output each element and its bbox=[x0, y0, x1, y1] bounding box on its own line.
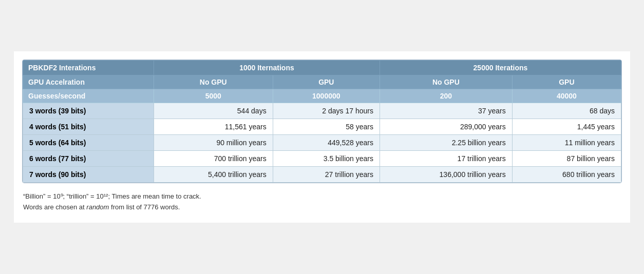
row-col3: 2 days 17 hours bbox=[273, 103, 380, 119]
row-col2: 544 days bbox=[154, 103, 273, 119]
header-row-2: GPU Accelration No GPU GPU No GPU GPU bbox=[23, 75, 621, 89]
row-col5: 680 trillion years bbox=[512, 166, 621, 182]
footnote-section: “Billion” = 10⁹; “trillion” = 10¹²; Time… bbox=[22, 189, 622, 215]
row-col5: 68 days bbox=[512, 103, 621, 119]
row-col2: 90 million years bbox=[154, 134, 273, 150]
footnote-line2-suffix: from list of 7776 words. bbox=[109, 203, 180, 211]
row-col3: 3.5 billion years bbox=[273, 150, 380, 166]
table-row: 5 words (64 bits)90 million years449,528… bbox=[23, 134, 621, 150]
row-col5: 11 million years bbox=[512, 134, 621, 150]
subheader-col4: No GPU bbox=[380, 75, 512, 89]
footnote-line2: Words are chosen at random from list of … bbox=[23, 202, 621, 213]
table-row: 6 words (77 bits)700 trillion years3.5 b… bbox=[23, 150, 621, 166]
comparison-table: PBKDF2 Interations 1000 Iternations 2500… bbox=[23, 60, 621, 183]
header-group1: 1000 Iternations bbox=[154, 60, 380, 75]
row-col4: 37 years bbox=[380, 103, 512, 119]
header-col1: PBKDF2 Interations bbox=[23, 60, 154, 75]
row-col5: 1,445 years bbox=[512, 119, 621, 134]
values-col4: 200 bbox=[380, 89, 512, 103]
header-row-1: PBKDF2 Interations 1000 Iternations 2500… bbox=[23, 60, 621, 75]
main-container: PBKDF2 Interations 1000 Iternations 2500… bbox=[14, 51, 630, 223]
values-row: Guesses/second 5000 1000000 200 40000 bbox=[23, 89, 621, 103]
row-col5: 87 billion years bbox=[512, 150, 621, 166]
footnote-line2-prefix: Words are chosen at bbox=[23, 203, 86, 211]
row-col3: 27 trillion years bbox=[273, 166, 380, 182]
footnote-line1: “Billion” = 10⁹; “trillion” = 10¹²; Time… bbox=[23, 191, 621, 202]
row-label: 5 words (64 bits) bbox=[23, 134, 154, 150]
row-col4: 2.25 billion years bbox=[380, 134, 512, 150]
row-col2: 11,561 years bbox=[154, 119, 273, 134]
table-row: 4 words (51 bits)11,561 years58 years289… bbox=[23, 119, 621, 134]
values-col5: 40000 bbox=[512, 89, 621, 103]
subheader-col5: GPU bbox=[512, 75, 621, 89]
row-col4: 289,000 years bbox=[380, 119, 512, 134]
values-col2: 5000 bbox=[154, 89, 273, 103]
row-col4: 136,000 trillion years bbox=[380, 166, 512, 182]
table-row: 3 words (39 bits)544 days2 days 17 hours… bbox=[23, 103, 621, 119]
row-col4: 17 trillion years bbox=[380, 150, 512, 166]
row-label: 4 words (51 bits) bbox=[23, 119, 154, 134]
values-col1: Guesses/second bbox=[23, 89, 154, 103]
row-col2: 700 trillion years bbox=[154, 150, 273, 166]
row-col2: 5,400 trillion years bbox=[154, 166, 273, 182]
subheader-col2: No GPU bbox=[154, 75, 273, 89]
row-label: 6 words (77 bits) bbox=[23, 150, 154, 166]
row-col3: 449,528 years bbox=[273, 134, 380, 150]
row-label: 7 words (90 bits) bbox=[23, 166, 154, 182]
row-col3: 58 years bbox=[273, 119, 380, 134]
row-label: 3 words (39 bits) bbox=[23, 103, 154, 119]
table-row: 7 words (90 bits)5,400 trillion years27 … bbox=[23, 166, 621, 182]
footnote-line2-italic: random bbox=[86, 203, 109, 211]
table-wrapper: PBKDF2 Interations 1000 Iternations 2500… bbox=[22, 60, 622, 183]
header-group2: 25000 Iterations bbox=[380, 60, 621, 75]
values-col3: 1000000 bbox=[273, 89, 380, 103]
subheader-col3: GPU bbox=[273, 75, 380, 89]
subheader-col1: GPU Accelration bbox=[23, 75, 154, 89]
